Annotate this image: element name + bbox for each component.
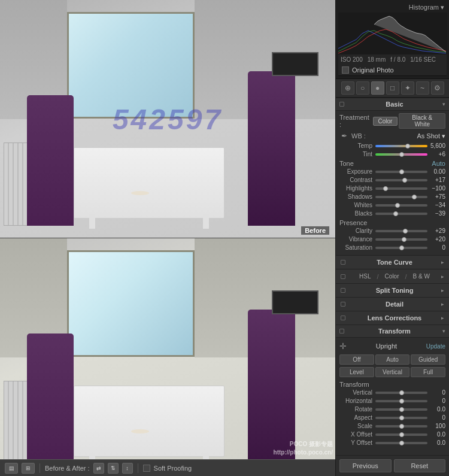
y offset-thumb [399, 441, 404, 445]
vertical-slider-row: Vertical0 [339, 389, 445, 396]
detail-section[interactable]: Detail ▸ [336, 297, 449, 311]
filmstrip-btn[interactable]: ▤ [5, 463, 18, 474]
detail-indicator [341, 302, 345, 307]
spot-tool[interactable]: ○ [356, 81, 369, 95]
tint-track[interactable] [375, 153, 427, 156]
vibrance-value: +20 [427, 236, 445, 242]
aperture-info: f / 8.0 [390, 56, 405, 63]
hsl-sep1: / [377, 273, 379, 280]
contrast-thumb [402, 178, 407, 183]
hsl-indicator [341, 274, 345, 279]
upright-level-btn[interactable]: Level [339, 367, 374, 377]
wb-value[interactable]: As Shot ▾ [417, 132, 445, 140]
original-photo-checkbox[interactable] [342, 66, 349, 74]
exposure-slider-row: Exposure0.00 [339, 168, 445, 175]
crop-tool[interactable]: ⊕ [341, 81, 354, 95]
upright-full-btn[interactable]: Full [411, 367, 445, 377]
color-btn[interactable]: Color [373, 117, 398, 126]
vibrance-thumb [402, 237, 406, 242]
copy-btn[interactable]: ⇅ [108, 463, 119, 474]
contrast-track[interactable] [375, 179, 427, 181]
presence-sliders: Clarity+29Vibrance+20Saturation0 [339, 228, 445, 251]
soft-proofing-checkbox[interactable] [143, 465, 150, 472]
transform-panel: ✛ Upright Update Off Auto Guided Level V… [336, 338, 449, 450]
shadows-track[interactable] [375, 196, 427, 198]
y offset-slider-row: Y Offset0.0 [339, 439, 445, 446]
rotate-track[interactable] [375, 408, 427, 411]
split-toning-section[interactable]: Split Toning ▸ [336, 283, 449, 297]
horizontal-track[interactable] [375, 400, 427, 402]
lens-indicator [341, 316, 345, 320]
vibrance-track[interactable] [375, 238, 427, 241]
blacks-track[interactable] [375, 213, 427, 215]
temp-track[interactable] [375, 145, 427, 147]
swap-btn[interactable]: ⇄ [93, 463, 104, 474]
tone-auto[interactable]: Auto [432, 160, 445, 167]
basic-arrow: ▾ [442, 101, 445, 107]
upright-off-btn[interactable]: Off [339, 354, 374, 365]
redeye-tool[interactable]: ● [371, 81, 384, 95]
saturation-track[interactable] [375, 247, 427, 249]
horizontal-label: Horizontal [339, 398, 375, 404]
vertical-label: Vertical [339, 389, 375, 396]
color-tab[interactable]: Color [383, 272, 402, 280]
vertical-thumb [399, 390, 404, 395]
clarity-value: +29 [427, 228, 445, 234]
reset-btn[interactable]: Reset [394, 459, 446, 472]
move-icon[interactable]: ✛ [339, 341, 347, 351]
upright-vertical-btn[interactable]: Vertical [375, 367, 410, 377]
tone-label: Tone [339, 160, 354, 167]
vibrance-slider-row: Vibrance+20 [339, 236, 445, 242]
before-after-label: Before & After : [45, 465, 90, 472]
contrast-value: +17 [427, 177, 445, 183]
transform-section-header[interactable]: Transform ▾ [336, 325, 449, 338]
bw-btn[interactable]: Black & White [399, 113, 445, 129]
settings-tool[interactable]: ⚙ [431, 81, 444, 95]
highlights-thumb [383, 186, 388, 191]
grid-btn[interactable]: ⊞ [22, 463, 35, 474]
wb-dropper[interactable]: ✒ [339, 131, 349, 141]
exposure-label: Exposure [339, 168, 375, 175]
lens-section[interactable]: Lens Corrections ▸ [336, 311, 449, 325]
basic-section-header[interactable]: Basic ▾ [336, 98, 449, 111]
tone-curve-section[interactable]: Tone Curve ▸ [336, 255, 449, 269]
update-label[interactable]: Update [426, 343, 445, 350]
hsl-tab[interactable]: HSL [357, 272, 373, 280]
saturation-thumb [399, 245, 404, 250]
gradient-tool[interactable]: □ [386, 81, 399, 95]
highlights-track[interactable] [375, 187, 427, 190]
treatment-label: Treatment : [339, 114, 373, 128]
temp-slider-row: Temp 5,600 [339, 143, 445, 149]
split-toning-title: Split Toning [348, 287, 441, 294]
hsl-arrow: ▸ [441, 274, 444, 280]
whites-thumb [395, 203, 400, 208]
brush-tool[interactable]: ✦ [401, 81, 414, 95]
shutter-info: 1/16 SEC [410, 56, 436, 63]
highlights-slider-row: Highlights−100 [339, 185, 445, 192]
shadows-value: +75 [427, 193, 445, 200]
aspect-track[interactable] [375, 417, 427, 419]
transform-arrow: ▾ [442, 328, 445, 334]
photo-before: 542597 Before [0, 0, 335, 238]
exposure-value: 0.00 [427, 168, 445, 175]
camera-info: ISO 200 18 mm f / 8.0 1/16 SEC [338, 54, 447, 65]
vertical-track[interactable] [375, 392, 427, 394]
clarity-track[interactable] [375, 230, 427, 232]
saturation-value: 0 [427, 244, 445, 251]
basic-indicator [339, 102, 344, 107]
whites-track[interactable] [375, 204, 427, 207]
upright-auto-btn[interactable]: Auto [375, 354, 410, 365]
x offset-track[interactable] [375, 433, 427, 436]
exposure-track[interactable] [375, 171, 427, 173]
y offset-track[interactable] [375, 442, 427, 444]
hsl-sep2: / [405, 273, 407, 280]
bottom-bar: ▤ ⊞ Before & After : ⇄ ⇅ ↕ Soft Proofing [0, 459, 335, 476]
scale-track[interactable] [375, 425, 427, 428]
hsl-section[interactable]: HSL / Color / B & W ▸ [336, 269, 449, 283]
paste-btn[interactable]: ↕ [122, 463, 133, 474]
upright-guided-btn[interactable]: Guided [411, 354, 445, 365]
previous-btn[interactable]: Previous [339, 459, 392, 472]
range-mask-tool[interactable]: ~ [416, 81, 429, 95]
bw-tab[interactable]: B & W [411, 272, 432, 280]
original-photo-row: Original Photo [338, 65, 447, 76]
